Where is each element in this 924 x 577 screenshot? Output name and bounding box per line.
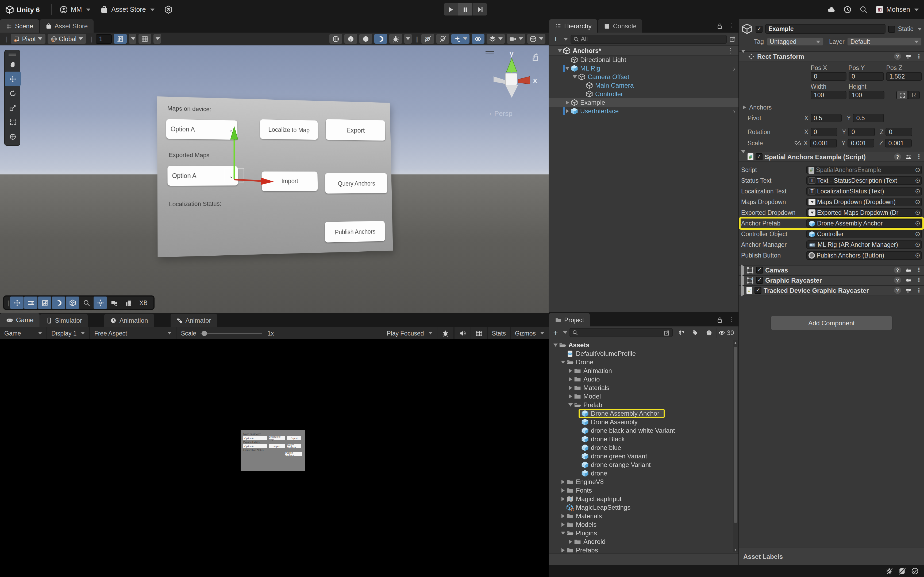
foldout-icon[interactable] — [567, 377, 573, 382]
tab-project[interactable]: Project — [549, 313, 590, 326]
add-component-button[interactable]: Add Component — [771, 316, 892, 330]
scene-visibility-toggle[interactable] — [472, 34, 485, 44]
project-item-prefab[interactable]: Prefab › ⋮ — [549, 401, 738, 409]
help-icon[interactable]: ? — [894, 277, 901, 284]
scene-lighting-toggle[interactable] — [436, 34, 449, 44]
gameobject-name-field[interactable]: Example — [765, 24, 885, 34]
tab-hierarchy[interactable]: Hierarchy — [549, 19, 598, 32]
project-item-android[interactable]: Android › ⋮ — [549, 537, 738, 546]
properties-overlay-button[interactable] — [24, 297, 37, 309]
pause-button[interactable] — [458, 3, 473, 16]
asset-store-menu[interactable]: Asset Store — [100, 5, 154, 14]
foldout-icon[interactable] — [560, 361, 566, 364]
component-canvas[interactable]: Canvas?⋮ — [739, 265, 924, 275]
random-overlay-button[interactable] — [66, 297, 79, 309]
help-icon[interactable]: ? — [894, 267, 901, 274]
project-item-drone-black[interactable]: drone Black › ⋮ — [549, 435, 738, 443]
create-add-button[interactable]: ＋ — [552, 328, 559, 337]
presets-icon[interactable] — [905, 267, 912, 273]
presets-icon[interactable] — [905, 287, 912, 293]
prefab-open-chevron[interactable]: › — [733, 64, 735, 73]
open-search-window-icon[interactable] — [729, 36, 736, 42]
overlays-dropdown[interactable] — [486, 34, 505, 44]
component-enabled-checkbox[interactable] — [754, 287, 761, 294]
scale-x-field[interactable]: 0.001 — [810, 139, 837, 147]
presets-icon[interactable] — [905, 153, 912, 160]
scale-z-field[interactable]: 0.001 — [885, 139, 912, 147]
object-picker-icon[interactable]: ⊙ — [915, 251, 920, 259]
field-publish-button[interactable]: Publish ButtonPublish Anchors (Button)⊙ — [739, 250, 924, 261]
rotation-z-field[interactable]: 0 — [886, 128, 913, 136]
shading-solid-button[interactable] — [359, 34, 372, 44]
tab-console[interactable]: Console — [598, 19, 643, 32]
object-field[interactable]: ML Rig (AR Anchor Manager)⊙ — [806, 240, 922, 249]
tag-dropdown[interactable]: Untagged — [767, 37, 823, 46]
foldout-icon[interactable] — [560, 480, 566, 484]
object-field[interactable]: Controller⊙ — [806, 230, 922, 238]
hierarchy-item-camera-offset[interactable]: Camera Offset › ⋮ — [549, 73, 738, 81]
transform-tool[interactable] — [5, 129, 21, 144]
object-field[interactable]: Maps Dropdown (Dropdown)⊙ — [806, 198, 922, 206]
presets-icon[interactable] — [905, 277, 912, 284]
foldout-icon[interactable] — [564, 109, 570, 113]
play-button[interactable] — [444, 3, 458, 16]
field-anchor-prefab[interactable]: Anchor PrefabDrone Assembly Anchor⊙ — [739, 218, 924, 229]
component-enabled-checkbox[interactable] — [756, 277, 763, 284]
component-enabled-checkbox[interactable] — [756, 267, 763, 274]
shading-shaded-wire-button[interactable] — [344, 34, 357, 44]
component-menu-icon[interactable]: ⋮ — [916, 153, 922, 160]
project-item-assets[interactable]: Assets › ⋮ — [549, 341, 738, 350]
pos-z-field[interactable]: 1.552 — [886, 72, 922, 81]
plastic-scm-icon[interactable] — [164, 5, 173, 14]
pos-x-field[interactable]: 0 — [811, 72, 846, 81]
component-menu-icon[interactable]: ⋮ — [916, 277, 922, 284]
field-localization-text[interactable]: Localization TextTLocalizationStatus (Te… — [739, 186, 924, 197]
shading-wireframe-button[interactable] — [330, 34, 342, 44]
tab-scene[interactable]: Scene — [0, 19, 39, 32]
project-item-materials[interactable]: Materials › ⋮ — [549, 512, 738, 521]
project-item-drone-assembly[interactable]: Drone Assembly › ⋮ — [549, 418, 738, 426]
field-script[interactable]: Script#SpatialAnchorsExample⊙ — [739, 164, 924, 175]
foldout-icon[interactable] — [560, 548, 566, 553]
component-tracked-device-graphic-raycaster[interactable]: #Tracked Device Graphic Raycaster?⋮ — [739, 285, 924, 295]
tab-animator[interactable]: Animator — [171, 314, 217, 327]
foldout-icon[interactable] — [560, 514, 566, 518]
project-item-magicleapinput[interactable]: MagicLeapInput › ⋮ — [549, 495, 738, 503]
lock-icon[interactable] — [717, 23, 723, 29]
component-menu-icon[interactable]: ⋮ — [916, 53, 922, 60]
foldout-icon[interactable] — [567, 403, 573, 406]
blueprint-mode-button[interactable] — [896, 91, 908, 99]
projection-mode-label[interactable]: ‹Persp — [489, 110, 512, 118]
scene-viewport[interactable]: Maps on device: Option A⌄ Localize to Ma… — [0, 45, 549, 313]
foldout-icon[interactable] — [560, 497, 566, 501]
hierarchy-item-userinterface[interactable]: UserInterface › ⋮ — [549, 107, 738, 115]
script-component-header[interactable]: # Spatial Anchors Example (Script) ? ⋮ — [739, 152, 924, 162]
project-item-enginev8[interactable]: EngineV8 › ⋮ — [549, 478, 738, 486]
publish-anchors-button[interactable]: Publish Anchors — [325, 221, 385, 243]
component-enabled-checkbox[interactable] — [756, 153, 762, 160]
tab-game[interactable]: Game — [0, 313, 39, 327]
scale-slider[interactable] — [200, 333, 262, 334]
object-picker-icon[interactable]: ⊙ — [915, 209, 920, 216]
object-field[interactable]: #SpatialAnchorsExample⊙ — [806, 166, 922, 174]
step-button[interactable] — [473, 3, 487, 16]
pos-y-field[interactable]: 0 — [848, 72, 884, 81]
project-item-materials[interactable]: Materials › ⋮ — [549, 384, 738, 392]
camera-overlay-button[interactable] — [107, 297, 121, 309]
foldout-icon[interactable] — [567, 394, 573, 398]
search-by-type-button[interactable] — [675, 328, 687, 337]
project-item-drone[interactable]: drone › ⋮ — [549, 469, 738, 478]
tab-asset-store[interactable]: Asset Store — [40, 19, 94, 32]
project-item-plugins[interactable]: Plugins › ⋮ — [549, 529, 738, 537]
project-item-drone-blue[interactable]: drone blue › ⋮ — [549, 443, 738, 452]
drag-handle[interactable]: || — [5, 35, 6, 42]
buildings-overlay-button[interactable] — [121, 297, 135, 309]
workspace-menu[interactable]: MM — [60, 5, 90, 14]
foldout-icon[interactable] — [567, 540, 573, 544]
project-item-magicleapsettings[interactable]: MagicLeapSettings › ⋮ — [549, 503, 738, 512]
grid-overlay-button[interactable] — [38, 297, 51, 309]
hierarchy-item-example[interactable]: Example › ⋮ — [549, 98, 738, 107]
move-overlay-button[interactable] — [10, 297, 24, 309]
foldout-icon[interactable] — [572, 75, 577, 79]
game-viewport[interactable]: Maps on device: Option A Localize to Map… — [0, 339, 549, 577]
